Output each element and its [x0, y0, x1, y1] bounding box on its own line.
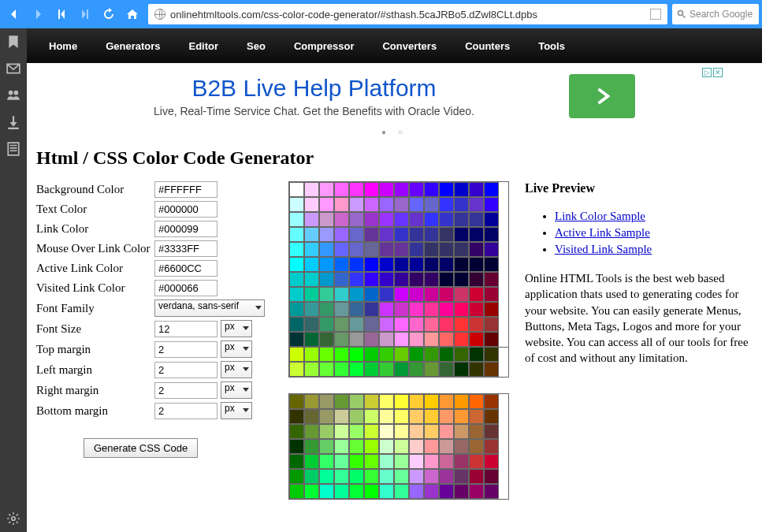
- color-swatch[interactable]: [409, 394, 424, 409]
- color-swatch[interactable]: [454, 484, 469, 499]
- color-swatch[interactable]: [469, 197, 484, 212]
- color-swatch[interactable]: [424, 454, 439, 469]
- color-swatch[interactable]: [364, 439, 379, 454]
- color-swatch[interactable]: [289, 212, 304, 227]
- color-swatch[interactable]: [409, 197, 424, 212]
- color-swatch[interactable]: [304, 424, 319, 439]
- color-swatch[interactable]: [469, 424, 484, 439]
- color-swatch[interactable]: [469, 212, 484, 227]
- color-swatch[interactable]: [304, 242, 319, 257]
- reload-button[interactable]: [98, 3, 120, 25]
- color-swatch[interactable]: [364, 272, 379, 287]
- color-swatch[interactable]: [424, 242, 439, 257]
- color-swatch[interactable]: [394, 347, 409, 362]
- color-swatch[interactable]: [424, 317, 439, 332]
- color-swatch[interactable]: [454, 362, 469, 377]
- form-input[interactable]: [154, 362, 217, 378]
- color-input[interactable]: [154, 280, 217, 296]
- color-swatch[interactable]: [424, 332, 439, 347]
- carousel-dots[interactable]: ● ○: [27, 123, 762, 141]
- color-swatch[interactable]: [334, 394, 349, 409]
- font-family-select[interactable]: verdana, sans-serif: [154, 299, 265, 317]
- color-swatch[interactable]: [439, 257, 454, 272]
- color-swatch[interactable]: [409, 424, 424, 439]
- color-swatch[interactable]: [319, 182, 334, 197]
- color-swatch[interactable]: [409, 454, 424, 469]
- color-swatch[interactable]: [469, 484, 484, 499]
- color-swatch[interactable]: [394, 212, 409, 227]
- color-swatch[interactable]: [319, 197, 334, 212]
- bookmark-icon[interactable]: [6, 35, 20, 49]
- color-swatch[interactable]: [334, 317, 349, 332]
- color-swatch[interactable]: [349, 424, 364, 439]
- color-swatch[interactable]: [424, 469, 439, 484]
- color-swatch[interactable]: [364, 332, 379, 347]
- ad-banner[interactable]: B2B Live Help Platform Live, Real-Time S…: [27, 63, 762, 123]
- color-swatch[interactable]: [334, 469, 349, 484]
- color-swatch[interactable]: [484, 227, 499, 242]
- color-swatch[interactable]: [424, 439, 439, 454]
- color-swatch[interactable]: [394, 394, 409, 409]
- color-swatch[interactable]: [439, 227, 454, 242]
- color-swatch[interactable]: [469, 332, 484, 347]
- unit-select[interactable]: px: [221, 320, 252, 337]
- back-button[interactable]: [3, 3, 25, 25]
- color-swatch[interactable]: [484, 257, 499, 272]
- color-swatch[interactable]: [304, 317, 319, 332]
- color-swatch[interactable]: [439, 287, 454, 302]
- color-swatch[interactable]: [364, 347, 379, 362]
- color-swatch[interactable]: [424, 302, 439, 317]
- nav-item-converters[interactable]: Converters: [368, 29, 451, 63]
- color-swatch[interactable]: [289, 197, 304, 212]
- color-swatch[interactable]: [289, 272, 304, 287]
- color-swatch[interactable]: [349, 394, 364, 409]
- color-swatch[interactable]: [379, 424, 394, 439]
- color-swatch[interactable]: [289, 287, 304, 302]
- color-swatch[interactable]: [394, 454, 409, 469]
- color-swatch[interactable]: [469, 302, 484, 317]
- color-swatch[interactable]: [364, 302, 379, 317]
- home-button[interactable]: [121, 3, 143, 25]
- color-swatch[interactable]: [484, 197, 499, 212]
- unit-select[interactable]: px: [221, 402, 252, 419]
- color-swatch[interactable]: [349, 182, 364, 197]
- color-swatch[interactable]: [379, 227, 394, 242]
- color-swatch[interactable]: [334, 454, 349, 469]
- color-swatch[interactable]: [319, 257, 334, 272]
- color-swatch[interactable]: [409, 212, 424, 227]
- color-swatch[interactable]: [304, 362, 319, 377]
- color-swatch[interactable]: [469, 272, 484, 287]
- color-swatch[interactable]: [454, 469, 469, 484]
- color-swatch[interactable]: [454, 227, 469, 242]
- color-swatch[interactable]: [349, 302, 364, 317]
- color-swatch[interactable]: [484, 409, 499, 424]
- nav-item-home[interactable]: Home: [35, 29, 91, 63]
- color-swatch[interactable]: [469, 469, 484, 484]
- ad-close[interactable]: ▷✕: [702, 68, 723, 77]
- last-button[interactable]: [74, 3, 96, 25]
- color-swatch[interactable]: [439, 212, 454, 227]
- color-swatch[interactable]: [304, 484, 319, 499]
- color-swatch[interactable]: [319, 332, 334, 347]
- color-swatch[interactable]: [289, 332, 304, 347]
- color-swatch[interactable]: [439, 409, 454, 424]
- color-swatch[interactable]: [289, 302, 304, 317]
- color-swatch[interactable]: [364, 469, 379, 484]
- color-swatch[interactable]: [364, 317, 379, 332]
- color-swatch[interactable]: [469, 257, 484, 272]
- color-swatch[interactable]: [484, 272, 499, 287]
- color-swatch[interactable]: [319, 212, 334, 227]
- color-swatch[interactable]: [319, 302, 334, 317]
- color-swatch[interactable]: [379, 394, 394, 409]
- color-swatch[interactable]: [484, 182, 499, 197]
- color-swatch[interactable]: [364, 257, 379, 272]
- color-swatch[interactable]: [454, 394, 469, 409]
- color-swatch[interactable]: [394, 409, 409, 424]
- color-swatch[interactable]: [454, 212, 469, 227]
- nav-item-compressor[interactable]: Compressor: [280, 29, 369, 63]
- color-swatch[interactable]: [379, 182, 394, 197]
- color-swatch[interactable]: [319, 242, 334, 257]
- color-swatch[interactable]: [364, 182, 379, 197]
- color-swatch[interactable]: [304, 469, 319, 484]
- color-swatch[interactable]: [334, 242, 349, 257]
